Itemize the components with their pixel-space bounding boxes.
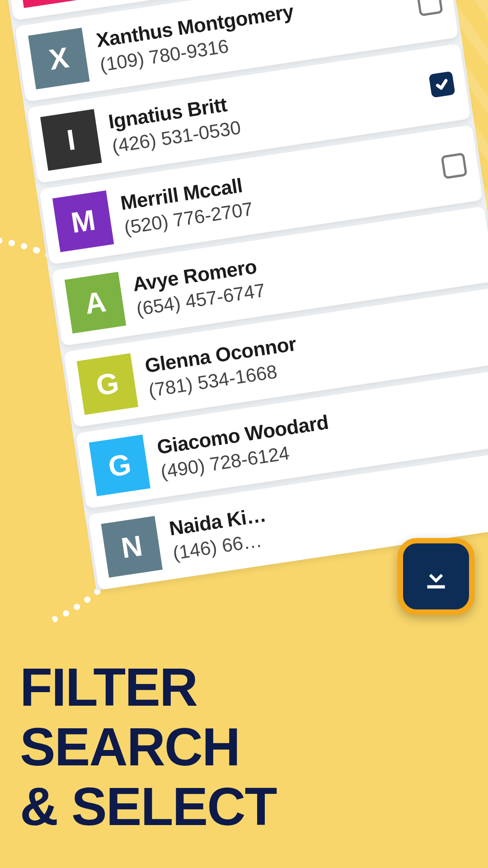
promo-headline: Filter Search & Select [20, 657, 277, 836]
headline-line-2: Search [20, 717, 277, 777]
download-fab[interactable] [398, 538, 474, 615]
svg-rect-0 [427, 585, 445, 589]
contact-avatar: X [28, 28, 89, 89]
contact-list: Phoebe Ing…(993) 907-1923XXanthus Montgo… [0, 0, 488, 590]
check-icon [433, 75, 451, 93]
checkbox-checked[interactable] [429, 71, 455, 98]
contact-avatar: G [89, 434, 150, 496]
checkbox-unchecked[interactable] [441, 152, 467, 179]
contact-avatar: M [52, 190, 114, 252]
contact-list-panel: Phoebe Ing…(993) 907-1923XXanthus Montgo… [0, 0, 488, 590]
contact-avatar: N [101, 516, 163, 577]
headline-line-3: & Select [20, 777, 277, 836]
download-icon [418, 559, 454, 594]
contact-avatar [16, 0, 77, 8]
contact-avatar: A [65, 272, 126, 333]
checkbox-unchecked[interactable] [417, 0, 443, 16]
contact-avatar: I [40, 109, 102, 170]
headline-line-1: Filter [20, 657, 277, 717]
contact-avatar: G [77, 353, 138, 415]
